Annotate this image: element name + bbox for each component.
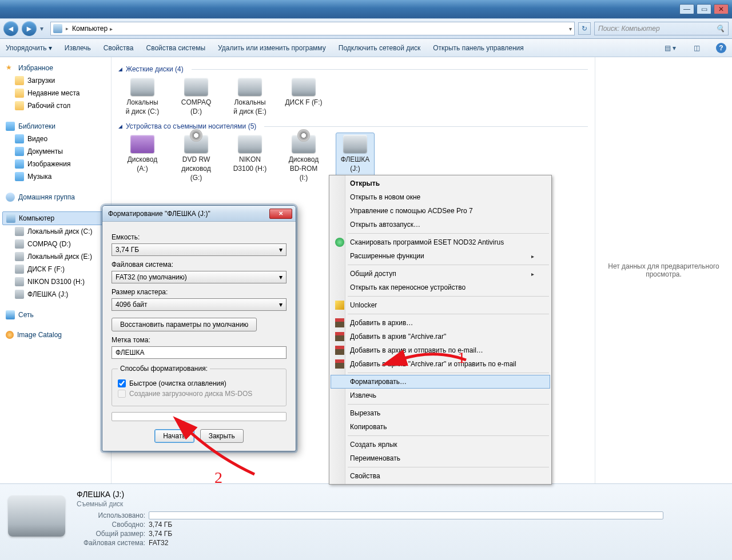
sidebar-item-downloads[interactable]: Загрузки <box>2 74 109 87</box>
address-bar[interactable]: ▸ Компьютер ▸ ▾ <box>50 22 575 35</box>
libraries-header[interactable]: Библиотеки <box>2 120 109 133</box>
quick-format-checkbox[interactable]: Быстрое (очистка оглавления) <box>118 379 280 387</box>
restore-defaults-button[interactable]: Восстановить параметры по умолчанию <box>112 318 257 331</box>
computer-header[interactable]: Компьютер <box>2 211 109 225</box>
homegroup-icon <box>6 193 15 202</box>
ctx-share[interactable]: Общий доступ <box>331 267 550 281</box>
drive-icon <box>238 135 262 153</box>
toolbar-properties[interactable]: Свойства <box>104 44 134 52</box>
sidebar-drive-e[interactable]: Локальный диск (E:) <box>2 250 109 263</box>
refresh-button[interactable]: ↻ <box>578 22 591 35</box>
capacity-label: Емкость: <box>112 233 287 241</box>
preview-pane-toggle-icon[interactable]: ◫ <box>690 42 703 54</box>
capacity-combo[interactable]: 3,74 ГБ▾ <box>112 243 287 256</box>
image-catalog[interactable]: Image Catalog <box>2 329 109 341</box>
ctx-unlocker[interactable]: Unlocker <box>331 298 550 312</box>
sidebar-item-music[interactable]: Музыка <box>2 170 109 183</box>
sidebar-drive-f[interactable]: ДИСК F (F:) <box>2 263 109 275</box>
hdd-section-header[interactable]: ◢Жесткие диски (4) <box>118 65 588 73</box>
drive-e[interactable]: Локальный диск (E:) <box>230 78 269 115</box>
homegroup-header[interactable]: Домашняя группа <box>2 191 109 203</box>
removable-section-header[interactable]: ◢Устройства со съемными носителями (5) <box>118 122 588 130</box>
sidebar-drive-h[interactable]: NIKON D3100 (H:) <box>2 275 109 288</box>
drive-icon <box>15 252 24 261</box>
ctx-separator <box>348 296 549 297</box>
ctx-eset-scan[interactable]: Сканировать программой ESET NOD32 Antivi… <box>331 235 550 249</box>
ctx-separator <box>348 467 549 467</box>
cluster-size-combo[interactable]: 4096 байт▾ <box>112 298 287 311</box>
drive-c[interactable]: Локальный диск (C:) <box>123 78 162 115</box>
sidebar-item-videos[interactable]: Видео <box>2 133 109 145</box>
ctx-archive-email[interactable]: Добавить в архив и отправить по e-mail… <box>331 343 550 357</box>
history-dropdown-icon[interactable]: ▾ <box>40 25 47 33</box>
hdd-icon <box>184 78 208 96</box>
window-close-button[interactable]: ✕ <box>714 4 729 14</box>
ctx-open[interactable]: Открыть <box>331 177 550 190</box>
ctx-add-to-archive-name[interactable]: Добавить в архив "Archive.rar" <box>331 330 550 343</box>
forward-button[interactable]: ► <box>22 21 37 36</box>
sidebar-item-pictures[interactable]: Изображения <box>2 158 109 170</box>
network-icon <box>6 310 15 319</box>
ctx-autoplay[interactable]: Открыть автозапуск… <box>331 218 550 231</box>
filesystem-combo[interactable]: FAT32 (по умолчанию)▾ <box>112 271 287 283</box>
maximize-button[interactable]: ▭ <box>697 4 711 14</box>
toolbar-map-drive[interactable]: Подключить сетевой диск <box>339 44 420 52</box>
ctx-acdsee[interactable]: Управление с помощью ACDSee Pro 7 <box>331 204 550 218</box>
close-button[interactable]: Закрыть <box>200 429 244 443</box>
favorites-header[interactable]: ★Избранное <box>2 62 109 74</box>
sidebar-item-recent[interactable]: Недавние места <box>2 87 109 99</box>
breadcrumb[interactable]: Компьютер ▸ <box>72 25 113 33</box>
ctx-properties[interactable]: Свойства <box>331 469 550 483</box>
ctx-eject[interactable]: Извлечь <box>331 389 550 402</box>
sidebar-drive-c[interactable]: Локальный диск (C:) <box>2 225 109 238</box>
preview-empty-text: Нет данных для предварительного просмотр… <box>604 262 723 278</box>
minimize-button[interactable]: — <box>679 4 694 14</box>
winrar-icon <box>335 346 344 355</box>
computer-icon <box>53 24 62 33</box>
drive-i-bdrom[interactable]: ДисководBD-ROM(I:) <box>284 135 323 182</box>
ctx-add-to-archive[interactable]: Добавить в архив… <box>331 316 550 330</box>
command-bar: Упорядочить ▾ Извлечь Свойства Свойства … <box>0 39 732 57</box>
ctx-open-new-window[interactable]: Открыть в новом окне <box>331 190 550 204</box>
ctx-cut[interactable]: Вырезать <box>331 406 550 420</box>
drive-h-nikon[interactable]: NIKOND3100 (H:) <box>230 135 269 182</box>
volume-label-input[interactable] <box>112 346 287 359</box>
view-options-icon[interactable]: ▤ ▾ <box>663 42 677 54</box>
ctx-copy[interactable]: Копировать <box>331 420 550 434</box>
sidebar-item-documents[interactable]: Документы <box>2 145 109 158</box>
ctx-open-portable[interactable]: Открыть как переносное устройство <box>331 281 550 294</box>
drive-g-dvd[interactable]: DVD RWдисковод(G:) <box>177 135 216 182</box>
drive-f[interactable]: ДИСК F (F:) <box>284 78 323 115</box>
toolbar-control-panel[interactable]: Открыть панель управления <box>433 44 524 52</box>
sidebar-item-desktop[interactable]: Рабочий стол <box>2 99 109 112</box>
ctx-separator <box>348 265 549 265</box>
drive-d[interactable]: COMPAQ(D:) <box>177 78 216 115</box>
toolbar-eject[interactable]: Извлечь <box>65 44 91 52</box>
ctx-rename[interactable]: Переименовать <box>331 451 550 465</box>
toolbar-uninstall-program[interactable]: Удалить или изменить программу <box>218 44 326 52</box>
drive-icon <box>15 227 24 236</box>
folder-icon <box>15 76 24 85</box>
sidebar-drive-j[interactable]: ФЛЕШКА (J:) <box>2 288 109 301</box>
eset-icon <box>335 238 344 247</box>
ctx-advanced-functions[interactable]: Расширенные функции <box>331 249 550 263</box>
search-input[interactable]: Поиск: Компьютер 🔍 <box>594 22 729 35</box>
sidebar-drive-d[interactable]: COMPAQ (D:) <box>2 238 109 250</box>
dialog-close-button[interactable]: ✕ <box>269 209 292 219</box>
help-icon[interactable]: ? <box>716 43 726 53</box>
address-dropdown-icon[interactable]: ▾ <box>569 26 572 32</box>
drive-icon <box>15 277 24 286</box>
toolbar-system-properties[interactable]: Свойства системы <box>146 44 205 52</box>
organize-menu[interactable]: Упорядочить ▾ <box>6 44 52 52</box>
back-button[interactable]: ◄ <box>3 21 18 36</box>
network-header[interactable]: Сеть <box>2 309 109 321</box>
start-button[interactable]: Начать <box>154 429 194 443</box>
drive-icon <box>15 239 24 249</box>
hdd-icon <box>130 78 154 96</box>
ctx-archive-name-email[interactable]: Добавить в архив "Archive.rar" и отправи… <box>331 357 550 371</box>
dialog-titlebar[interactable]: Форматирование "ФЛЕШКА (J:)" ✕ <box>102 206 296 222</box>
drive-a-floppy[interactable]: Дисковод(A:) <box>123 135 162 182</box>
ctx-format[interactable]: Форматировать… <box>331 375 550 389</box>
ctx-create-shortcut[interactable]: Создать ярлык <box>331 438 550 451</box>
msdos-boot-checkbox[interactable]: Создание загрузочного диска MS-DOS <box>118 390 280 398</box>
